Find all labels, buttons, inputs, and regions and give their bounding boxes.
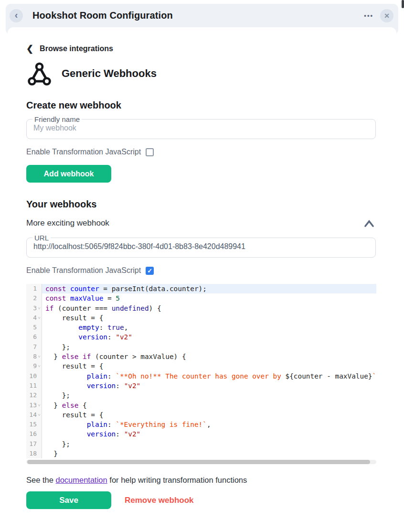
line-number-gutter: 13˅ <box>26 401 42 410</box>
collapse-webhook-button[interactable] <box>363 219 375 228</box>
code-line-text: empty: true, <box>42 323 376 332</box>
add-webhook-button[interactable]: Add webhook <box>26 165 111 183</box>
line-number: 18 <box>29 449 37 458</box>
documentation-link[interactable]: documentation <box>55 476 107 484</box>
code-line-text: version: "v2" <box>42 332 376 342</box>
code-line-text: }; <box>42 439 376 449</box>
code-line[interactable]: 5 empty: true, <box>26 323 376 332</box>
line-number-gutter: 2 <box>26 293 42 303</box>
webhook-item-header: More exciting webhook <box>26 217 376 229</box>
code-line-text: const maxValue = 5 <box>42 293 376 303</box>
back-button[interactable]: ‹ <box>10 9 23 22</box>
code-line[interactable]: 13˅ } else { <box>26 401 376 410</box>
enable-transform-label: Enable Transformation JavaScript <box>26 266 141 275</box>
help-suffix: for help writing transformation function… <box>107 476 247 484</box>
line-number: 6 <box>33 332 37 342</box>
close-button[interactable]: ✕ <box>380 9 393 22</box>
friendly-name-field: Friendly name <box>26 115 376 139</box>
code-line[interactable]: 17 }; <box>26 439 376 449</box>
line-number: 11 <box>29 381 37 391</box>
line-number: 1 <box>33 284 37 293</box>
chevron-left-icon: ❮ <box>26 44 33 53</box>
webhook-name: More exciting webhook <box>26 218 109 228</box>
editor-hscrollbar-track <box>26 460 376 464</box>
line-number-gutter: 3˅ <box>26 304 42 313</box>
line-number-gutter: 14˅ <box>26 410 42 420</box>
create-webhook-heading: Create new webhook <box>26 100 376 111</box>
code-line[interactable]: 10 plain: `**Oh no!** The counter has go… <box>26 371 376 381</box>
fold-arrow-icon[interactable]: ˅ <box>37 401 42 410</box>
integration-title: Generic Webhooks <box>62 67 157 80</box>
line-number: 2 <box>33 293 37 303</box>
hookshot-widget: ‹ Hookshot Room Configuration ••• ✕ ❮ Br… <box>0 0 404 532</box>
code-line-text: if (counter === undefined) { <box>42 304 376 313</box>
fold-arrow-icon[interactable]: ˅ <box>37 313 42 323</box>
friendly-name-label: Friendly name <box>32 115 82 123</box>
code-line[interactable]: 12 }; <box>26 391 376 400</box>
line-number-gutter: 16 <box>26 429 42 439</box>
friendly-name-input[interactable] <box>33 124 369 132</box>
line-number-gutter: 11 <box>26 381 42 391</box>
code-line[interactable]: 16 version: "v2" <box>26 429 376 439</box>
line-number: 14 <box>29 410 37 420</box>
webhook-url-input[interactable] <box>33 242 369 251</box>
code-line[interactable]: 6 version: "v2" <box>26 332 376 342</box>
remove-webhook-button[interactable]: Remove webhook <box>125 496 194 505</box>
line-number: 15 <box>29 420 37 429</box>
line-number-gutter: 18 <box>26 449 42 458</box>
line-number: 12 <box>29 391 37 400</box>
code-line[interactable]: 7 }; <box>26 342 376 352</box>
code-line[interactable]: 2const maxValue = 5 <box>26 293 376 303</box>
fold-arrow-icon[interactable]: ˅ <box>37 361 42 371</box>
fold-arrow-icon[interactable]: ˅ <box>37 352 42 361</box>
line-number-gutter: 17 <box>26 439 42 449</box>
line-number-gutter: 5 <box>26 323 42 332</box>
line-number: 13 <box>29 401 37 410</box>
code-line[interactable]: 8˅ } else if (counter > maxValue) { <box>26 352 376 361</box>
line-number: 16 <box>29 429 37 439</box>
code-line[interactable]: 11 version: "v2" <box>26 381 376 391</box>
your-webhooks-heading: Your webhooks <box>26 199 376 210</box>
close-icon: ✕ <box>384 12 390 20</box>
fold-arrow-icon[interactable]: ˅ <box>37 410 42 420</box>
integration-header: Generic Webhooks <box>26 60 376 87</box>
line-number-gutter: 7 <box>26 342 42 352</box>
code-line[interactable]: 4˅ result = { <box>26 313 376 323</box>
code-line-text: } <box>42 449 376 458</box>
code-line[interactable]: 14˅ result = { <box>26 410 376 420</box>
chevron-left-icon: ‹ <box>15 10 18 20</box>
line-number: 7 <box>33 342 37 352</box>
line-number-gutter: 1 <box>26 284 42 293</box>
line-number: 5 <box>33 323 37 332</box>
code-line-text: version: "v2" <box>42 381 376 391</box>
enable-transform-checkbox[interactable] <box>146 148 154 156</box>
browse-integrations-link[interactable]: ❮ Browse integrations <box>26 43 376 54</box>
code-line-text: result = { <box>42 361 376 371</box>
page-scrollbar-fragment[interactable] <box>402 0 404 8</box>
line-number-gutter: 8˅ <box>26 352 42 361</box>
line-number: 4 <box>33 313 37 323</box>
code-line-text: version: "v2" <box>42 429 376 439</box>
code-line-text: }; <box>42 342 376 352</box>
line-number: 10 <box>29 371 37 381</box>
save-button[interactable]: Save <box>26 491 111 509</box>
code-line[interactable]: 15 plain: `*Everything is fine!`, <box>26 420 376 429</box>
enable-transform-label: Enable Transformation JavaScript <box>26 148 141 156</box>
editor-hscrollbar-thumb[interactable] <box>27 460 370 464</box>
line-number: 17 <box>29 439 37 449</box>
fold-arrow-icon[interactable]: ˅ <box>37 304 42 313</box>
enable-transform-checkbox-checked[interactable]: ✓ <box>146 267 154 275</box>
code-line[interactable]: 18 } <box>26 449 376 458</box>
line-number-gutter: 12 <box>26 391 42 400</box>
line-number-gutter: 4˅ <box>26 313 42 323</box>
code-line[interactable]: 9˅ result = { <box>26 361 376 371</box>
code-line[interactable]: 1const counter = parseInt(data.counter); <box>26 284 376 293</box>
line-number: 8 <box>33 352 37 361</box>
help-prefix: See the <box>26 476 55 484</box>
line-number: 3 <box>33 304 37 313</box>
options-menu-button[interactable]: ••• <box>364 12 373 19</box>
code-editor[interactable]: 1const counter = parseInt(data.counter);… <box>26 284 376 458</box>
code-line[interactable]: 3˅if (counter === undefined) { <box>26 304 376 313</box>
footer-actions: Save Remove webhook <box>26 491 376 509</box>
line-number-gutter: 15 <box>26 420 42 429</box>
